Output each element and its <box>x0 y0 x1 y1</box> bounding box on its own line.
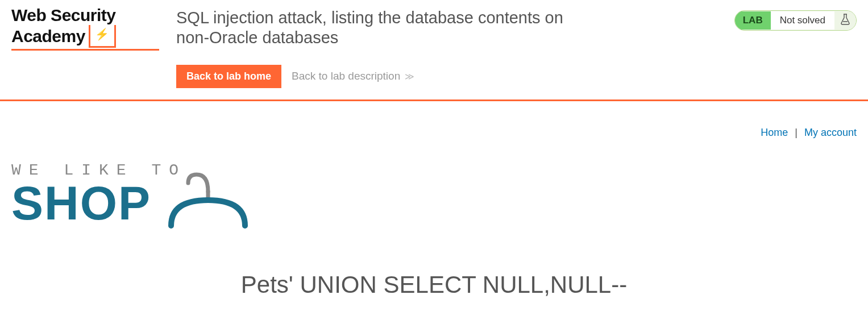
back-desc-label: Back to lab description <box>292 70 400 82</box>
lab-title: SQL injection attack, listing the databa… <box>176 8 585 48</box>
academy-logo[interactable]: Web Security Academy ⚡ <box>11 6 176 51</box>
logo-underline <box>11 49 159 51</box>
logo-text-line1: Web Security <box>11 6 159 25</box>
flask-icon <box>834 11 856 30</box>
lab-status-text: Not solved <box>771 11 834 30</box>
shop-logo-block: WE LIKE TO SHOP <box>0 144 868 243</box>
lab-badge: LAB <box>735 11 771 30</box>
status-block: LAB Not solved <box>734 6 857 31</box>
title-block: SQL injection attack, listing the databa… <box>176 6 734 88</box>
button-row: Back to lab home Back to lab description… <box>176 65 734 88</box>
back-to-lab-home-button[interactable]: Back to lab home <box>176 65 281 88</box>
hanger-icon <box>163 169 254 237</box>
page-heading: Pets' UNION SELECT NULL,NULL-- <box>0 271 868 298</box>
nav-home-link[interactable]: Home <box>761 127 788 139</box>
page-nav: Home | My account <box>0 101 868 144</box>
chevron-right-icon: ≫ <box>405 71 412 82</box>
lab-status-pill: LAB Not solved <box>734 10 857 31</box>
back-to-lab-description-link[interactable]: Back to lab description ≫ <box>292 70 412 82</box>
nav-my-account-link[interactable]: My account <box>804 127 857 139</box>
logo-bracket-icon: ⚡ <box>89 25 116 48</box>
nav-separator: | <box>792 127 800 139</box>
logo-text-line2: Academy <box>11 27 85 46</box>
shop-big-text: SHOP <box>11 179 151 227</box>
lab-header: Web Security Academy ⚡ SQL injection att… <box>0 0 868 101</box>
